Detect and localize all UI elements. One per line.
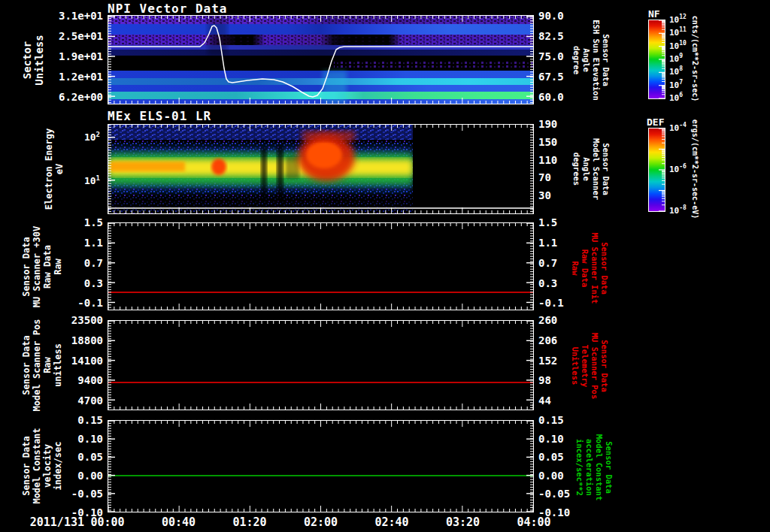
model-constant-velocity-plot: [108, 421, 533, 512]
log-tick-label: 102: [84, 131, 100, 143]
panel2-right-axis-label: Sensor Data Model Scanner Angle degrees: [571, 138, 611, 200]
tick-label: 44: [538, 394, 551, 407]
quicklook-plot-screen: NPI Vector Data MEx ELS-01 LR: [0, 0, 770, 532]
tick-label: 18800: [71, 334, 103, 346]
tick-label: 75.0: [538, 50, 564, 62]
tick-label: 14100: [71, 355, 103, 367]
log-tick-label: 108: [669, 65, 683, 77]
panel-mex-els: [108, 124, 534, 214]
tick-label: 30: [538, 189, 551, 201]
panel4-right-axis-label: Sensor Data MU Scanner Pos Telemetry Uni…: [570, 333, 609, 400]
model-scanner-pos-plot: [108, 321, 533, 410]
panel4-left-axis-label: Sensor Data Model Scanner Pos Raw unitle…: [21, 319, 63, 412]
log-tick-label: 101: [84, 174, 100, 186]
log-tick-label: 106: [669, 92, 683, 103]
tick-label: 1.5: [84, 216, 103, 228]
def-colorbar: [648, 128, 665, 212]
panel-npi-vector-data: [108, 15, 534, 104]
def-colorbar-title: DEF: [647, 116, 664, 128]
tick-label: 152: [538, 355, 557, 367]
tick-label: 0.10: [538, 433, 564, 445]
panel-model-scanner-pos: [108, 320, 534, 410]
tick-label: 70: [538, 171, 551, 183]
tick-label: 206: [538, 334, 557, 346]
tick-label: 23500: [71, 314, 103, 326]
nf-colorbar-title: NF: [648, 8, 660, 20]
log-tick-label: 10-8: [669, 204, 687, 216]
log-tick-label: 10-4: [669, 122, 687, 133]
panel3-left-axis-label: Sensor Data MU Scanner +30V Raw Data Raw: [21, 226, 63, 307]
tick-label: 0.7: [84, 257, 103, 269]
x-axis-time-label: 00:40: [149, 515, 209, 529]
panel-model-constant-velocity: [108, 420, 534, 512]
tick-label: 0.15: [538, 414, 564, 426]
npi-sector-spectrogram: [108, 16, 533, 104]
tick-label: -0.1: [77, 297, 103, 309]
tick-label: 1.2e+01: [59, 71, 103, 83]
x-axis-time-label: 01:20: [220, 515, 280, 529]
tick-label: 0.3: [538, 277, 557, 289]
tick-label: -0.05: [71, 488, 103, 500]
tick-label: 82.5: [538, 30, 564, 42]
panel5-right-axis-label: Sensor Data Model Constant acceleration …: [574, 434, 614, 501]
tick-label: 9400: [77, 374, 103, 386]
nf-colorbar-units: cnts/(cm**2-sr-sec): [690, 16, 700, 101]
tick-label: 60.0: [538, 91, 564, 103]
log-tick-label: 109: [669, 53, 683, 64]
panel1-title: NPI Vector Data: [108, 2, 228, 16]
panel2-title: MEx ELS-01 LR: [108, 109, 211, 123]
tick-label: 150: [538, 136, 557, 148]
tick-label: 6.2e+00: [59, 91, 103, 103]
tick-label: 0.05: [77, 451, 103, 463]
tick-label: 2.5e+01: [59, 30, 103, 42]
tick-label: 1.5: [538, 216, 557, 228]
tick-label: 1.9e+01: [59, 50, 103, 62]
panel-mu-scanner-30v: [108, 222, 534, 310]
def-colorbar-units: ergs/(cm**2-sr-sec-eV): [690, 119, 700, 219]
x-axis-time-label: 03:20: [433, 515, 493, 529]
tick-label: 1.1: [84, 237, 103, 249]
x-axis-time-label: 02:40: [362, 515, 422, 529]
tick-label: 0.00: [77, 470, 103, 482]
tick-label: 3.1e+01: [59, 10, 103, 22]
tick-label: 0.10: [77, 433, 103, 445]
log-tick-label: 1010: [669, 40, 687, 51]
log-tick-label: 10-6: [669, 163, 687, 174]
x-axis-time-label: 00:00: [77, 515, 138, 529]
x-axis-time-label: 04:00: [504, 515, 564, 529]
tick-label: 0.15: [77, 414, 103, 426]
x-axis-time-label: 02:00: [291, 515, 351, 529]
log-tick-label: 107: [669, 79, 683, 90]
panel2-left-axis-label: Electron Energy eV: [44, 128, 65, 210]
mu-scanner-30v-plot: [108, 223, 533, 310]
tick-label: 0.3: [84, 277, 103, 289]
tick-label: 110: [538, 154, 557, 166]
tick-label: 190: [538, 118, 557, 130]
panel3-right-axis-label: Sensor Data MU Scanner Init Raw Data Raw: [570, 233, 609, 304]
panel1-left-axis-label: Sector Unitless: [21, 35, 45, 85]
nf-colorbar: [648, 20, 665, 99]
tick-label: 260: [538, 314, 557, 326]
tick-label: 1.1: [538, 237, 557, 249]
tick-label: 0.7: [538, 257, 557, 269]
log-tick-label: 1012: [669, 14, 687, 25]
tick-label: 4700: [77, 394, 103, 407]
log-tick-label: 1011: [669, 26, 687, 38]
tick-label: 0.05: [538, 451, 564, 463]
els-energy-spectrogram: [108, 125, 533, 213]
tick-label: 98: [538, 374, 551, 386]
panel1-right-axis-label: Sensor Data ESH Sun Elevation Angle degr…: [571, 20, 611, 100]
tick-label: 0.00: [538, 470, 564, 482]
tick-label: -0.1: [538, 297, 564, 309]
tick-label: -0.05: [538, 488, 570, 500]
tick-label: 67.5: [538, 71, 564, 83]
panel5-left-axis-label: Sensor Data Model Constant velocity inde…: [21, 428, 63, 503]
tick-label: 90.0: [538, 10, 564, 22]
